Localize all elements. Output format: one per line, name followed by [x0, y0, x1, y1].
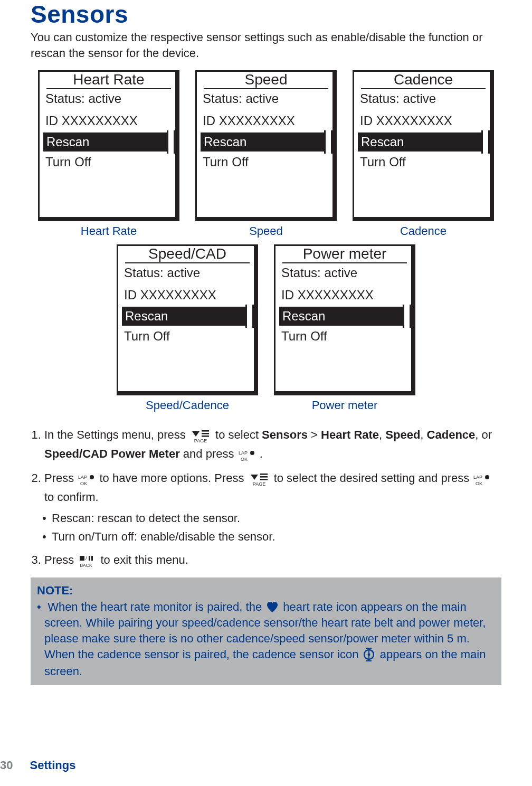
- rescan-label: Rescan: [279, 307, 405, 326]
- scrollbar-indicator: [245, 305, 254, 328]
- screen-caption: Heart Rate: [81, 224, 137, 238]
- note-box: NOTE: When the heart rate monitor is pai…: [31, 577, 501, 686]
- screen-title: Heart Rate: [46, 71, 171, 89]
- id-line: ID XXXXXXXXX: [201, 112, 331, 129]
- rescan-row[interactable]: Rescan: [358, 132, 489, 151]
- scrollbar-indicator: [324, 130, 332, 154]
- intro-text: You can customize the respective sensor …: [31, 30, 501, 61]
- status-line: Status: active: [358, 90, 489, 107]
- screen-power-meter: Power meter Status: active ID XXXXXXXXX …: [274, 244, 415, 412]
- scrollbar-indicator: [167, 130, 175, 154]
- screen-heart-rate: Heart Rate Status: active ID XXXXXXXXX R…: [38, 70, 179, 238]
- screen-cadence: Cadence Status: active ID XXXXXXXXX Resc…: [353, 70, 494, 238]
- turnoff-row[interactable]: Turn Off: [122, 328, 253, 345]
- text: , or: [475, 428, 492, 441]
- screen-row-1: Heart Rate Status: active ID XXXXXXXXX R…: [31, 70, 501, 238]
- text: Press: [44, 471, 77, 485]
- section-label: Settings: [30, 759, 76, 772]
- rescan-row[interactable]: Rescan: [43, 132, 174, 151]
- text: and press: [183, 447, 238, 460]
- sub-rescan: Rescan: rescan to detect the sensor.: [52, 509, 501, 527]
- screen-title: Speed: [204, 71, 328, 89]
- rescan-row[interactable]: Rescan: [122, 307, 253, 326]
- step-3: Press to exit this menu.: [44, 551, 501, 570]
- rescan-label: Rescan: [201, 132, 326, 151]
- id-line: ID XXXXXXXXX: [43, 112, 174, 129]
- text: to exit this menu.: [100, 553, 188, 566]
- text: to select the desired setting and press: [274, 471, 473, 485]
- status-line: Status: active: [201, 90, 331, 107]
- rescan-row[interactable]: Rescan: [201, 132, 331, 151]
- lap-ok-button-icon: [473, 475, 490, 488]
- text: ,: [379, 428, 385, 441]
- page-footer: 30 Settings: [0, 759, 75, 772]
- id-line: ID XXXXXXXXX: [279, 287, 410, 304]
- text: >: [311, 428, 321, 441]
- page-number: 30: [0, 759, 26, 772]
- screen-title: Power meter: [282, 245, 407, 263]
- id-line: ID XXXXXXXXX: [358, 112, 489, 129]
- id-line: ID XXXXXXXXX: [122, 287, 253, 304]
- step-2-sublist: Rescan: rescan to detect the sensor. Tur…: [44, 509, 501, 545]
- cadence-icon: [363, 649, 376, 664]
- text: .: [260, 447, 263, 460]
- rescan-row[interactable]: Rescan: [279, 307, 410, 326]
- screen-title: Cadence: [361, 71, 486, 89]
- rescan-label: Rescan: [122, 307, 248, 326]
- device-screen: Power meter Status: active ID XXXXXXXXX …: [274, 244, 415, 395]
- bold-speed: Speed: [385, 428, 420, 441]
- step-1: In the Settings menu, press to select Se…: [44, 426, 501, 464]
- status-line: Status: active: [122, 264, 253, 281]
- device-screen: Speed/CAD Status: active ID XXXXXXXXX Re…: [117, 244, 258, 395]
- turnoff-row[interactable]: Turn Off: [43, 154, 174, 171]
- screen-speed-cad: Speed/CAD Status: active ID XXXXXXXXX Re…: [117, 244, 258, 412]
- bold-speed-cad-power: Speed/CAD Power Meter: [44, 447, 180, 460]
- text: When the heart rate monitor is paired, t…: [48, 600, 265, 613]
- screen-title: Speed/CAD: [125, 245, 250, 263]
- note-title: NOTE:: [37, 583, 495, 599]
- turnoff-row[interactable]: Turn Off: [279, 328, 410, 345]
- heart-icon: [266, 601, 279, 615]
- text: Press: [44, 553, 77, 566]
- text: ,: [420, 428, 426, 441]
- screen-caption: Cadence: [400, 224, 446, 238]
- text: to select: [215, 428, 262, 441]
- text: to confirm.: [44, 490, 99, 504]
- text: to have more options. Press: [99, 471, 247, 485]
- lap-ok-button-icon: [78, 475, 95, 488]
- status-line: Status: active: [43, 90, 174, 107]
- page-button-icon: [190, 430, 211, 445]
- sub-turn-on-off: Turn on/Turn off: enable/disable the sen…: [52, 528, 501, 546]
- screen-caption: Speed: [249, 224, 283, 238]
- scrollbar-indicator: [403, 305, 411, 328]
- screen-caption: Speed/Cadence: [146, 399, 229, 412]
- turnoff-row[interactable]: Turn Off: [201, 154, 331, 171]
- page-button-icon: [249, 474, 270, 488]
- step-2: Press to have more options. Press to sel…: [44, 469, 501, 545]
- device-screen: Speed Status: active ID XXXXXXXXX Rescan…: [195, 70, 337, 221]
- steps-list: In the Settings menu, press to select Se…: [31, 426, 501, 570]
- text: In the Settings menu, press: [44, 428, 189, 441]
- device-screen: Cadence Status: active ID XXXXXXXXX Resc…: [353, 70, 494, 221]
- screen-row-2: Speed/CAD Status: active ID XXXXXXXXX Re…: [31, 244, 501, 412]
- status-line: Status: active: [279, 264, 410, 281]
- bold-heart-rate: Heart Rate: [321, 428, 379, 441]
- scrollbar-indicator: [481, 130, 490, 154]
- device-screen: Heart Rate Status: active ID XXXXXXXXX R…: [38, 70, 179, 221]
- rescan-label: Rescan: [43, 132, 169, 151]
- bold-cadence: Cadence: [427, 428, 476, 441]
- rescan-label: Rescan: [358, 132, 483, 151]
- back-button-icon: [78, 555, 96, 570]
- screen-speed: Speed Status: active ID XXXXXXXXX Rescan…: [195, 70, 337, 238]
- note-item: When the heart rate monitor is paired, t…: [44, 599, 495, 679]
- turnoff-row[interactable]: Turn Off: [358, 154, 489, 171]
- lap-ok-button-icon: [239, 450, 255, 464]
- bold-sensors: Sensors: [262, 428, 308, 441]
- screen-caption: Power meter: [312, 399, 378, 412]
- page-title: Sensors: [31, 0, 501, 29]
